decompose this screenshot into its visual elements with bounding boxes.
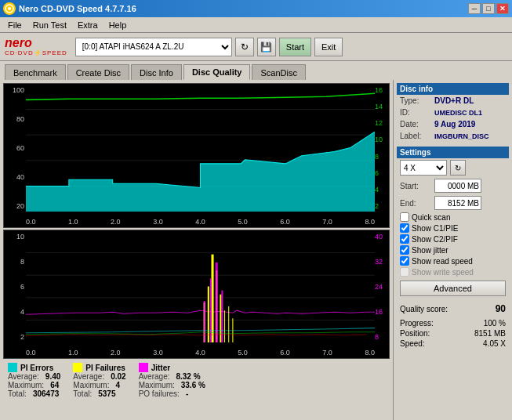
menu-bar: File Run Test Extra Help: [0, 17, 512, 33]
disc-label-value: IMGBURN_DISC: [434, 132, 489, 140]
pi-errors-avg-label: Average:: [8, 372, 39, 381]
minimize-button[interactable]: ─: [468, 3, 481, 14]
jitter-po-value: -: [186, 389, 188, 398]
x-1: 1.0: [68, 219, 78, 226]
svg-point-1: [8, 7, 11, 10]
disc-info-title: Disc info: [397, 83, 509, 95]
show-read-speed-checkbox[interactable]: [400, 256, 409, 266]
show-c2-pif-label: Show C2/PIF: [412, 235, 458, 244]
x-0: 0.0: [26, 219, 36, 226]
pi-failures-total-label: Total:: [73, 389, 92, 398]
y-label-60: 60: [4, 145, 26, 152]
yr-16: 16: [375, 87, 389, 94]
quality-score-section: Quality score: 90: [397, 301, 509, 317]
menu-run-test[interactable]: Run Test: [28, 19, 71, 31]
yr-2: 2: [375, 203, 389, 210]
pi-errors-avg-value: 9.40: [45, 372, 60, 381]
disc-label-label: Label:: [400, 132, 431, 140]
by-8: 8: [4, 259, 26, 266]
start-button[interactable]: Start: [279, 38, 311, 56]
x-2: 2.0: [111, 219, 121, 226]
y-label-80: 80: [4, 116, 26, 123]
by-10: 10: [4, 234, 26, 241]
x-8: 8.0: [365, 219, 375, 226]
show-c2-pif-checkbox[interactable]: [400, 234, 409, 244]
pi-failures-total-value: 5375: [98, 389, 115, 398]
start-label: Start:: [400, 182, 431, 190]
advanced-button[interactable]: Advanced: [400, 281, 506, 296]
logo-sub: CD·DVD⚡SPEED: [5, 49, 67, 56]
yr-6: 6: [375, 170, 389, 177]
jitter-avg-value: 8.32 %: [176, 372, 200, 381]
show-jitter-row: Show jitter: [397, 244, 509, 255]
tab-scandisc[interactable]: ScanDisc: [252, 64, 305, 80]
save-icon[interactable]: 💾: [257, 38, 276, 56]
quick-scan-checkbox[interactable]: [400, 212, 409, 222]
yr-10: 10: [375, 136, 389, 143]
menu-file[interactable]: File: [3, 19, 27, 31]
by-6: 6: [4, 284, 26, 291]
right-panel: Disc info Type: DVD+R DL ID: UMEDISC DL1…: [393, 80, 512, 420]
tab-bar: Benchmark Create Disc Disc Info Disc Qua…: [0, 61, 512, 80]
menu-help[interactable]: Help: [104, 19, 132, 31]
app-icon: [3, 2, 16, 15]
show-c1-pie-checkbox[interactable]: [400, 223, 409, 233]
yr-12: 12: [375, 120, 389, 127]
close-button[interactable]: ✕: [496, 3, 509, 14]
position-label: Position:: [400, 329, 430, 338]
menu-extra[interactable]: Extra: [73, 19, 103, 31]
quick-scan-row: Quick scan: [397, 212, 509, 223]
disc-info-section: Disc info Type: DVD+R DL ID: UMEDISC DL1…: [397, 83, 509, 142]
main-content: 100 80 60 40 20 16 14 12 10 8 6 4 2: [0, 80, 512, 420]
bottom-chart-svg: [26, 230, 375, 342]
show-jitter-checkbox[interactable]: [400, 245, 409, 255]
pi-errors-title: PI Errors: [20, 364, 53, 372]
settings-refresh-icon[interactable]: ↻: [450, 160, 466, 176]
speed-select[interactable]: 4 X 8 X Max: [400, 160, 447, 176]
progress-section: Progress: 100 % Position: 8151 MB Speed:…: [397, 318, 509, 349]
position-value: 8151 MB: [474, 329, 506, 338]
show-c1-pie-label: Show C1/PIE: [412, 224, 458, 233]
drive-select[interactable]: [0:0] ATAPI iHAS624 A ZL.2U: [75, 38, 232, 56]
toolbar: nero CD·DVD⚡SPEED [0:0] ATAPI iHAS624 A …: [0, 33, 512, 61]
refresh-icon[interactable]: ↻: [235, 38, 254, 56]
y-label-20: 20: [4, 203, 26, 210]
by-4: 4: [4, 309, 26, 316]
pi-failures-color: [73, 363, 82, 372]
yr-4: 4: [375, 186, 389, 194]
show-read-speed-row: Show read speed: [397, 255, 509, 266]
pi-failures-max-label: Maximum:: [73, 381, 109, 389]
quality-score-value: 90: [496, 303, 506, 314]
tab-create-disc[interactable]: Create Disc: [67, 64, 129, 80]
by-2: 2: [4, 334, 26, 341]
show-c2-pif-row: Show C2/PIF: [397, 234, 509, 244]
tab-benchmark[interactable]: Benchmark: [5, 64, 66, 80]
show-write-speed-label: Show write speed: [412, 268, 474, 277]
tab-disc-quality[interactable]: Disc Quality: [183, 64, 251, 80]
tab-disc-info[interactable]: Disc Info: [131, 64, 182, 80]
x-5: 5.0: [238, 219, 248, 226]
bottom-chart-x-axis: 0.0 1.0 2.0 3.0 4.0 5.0 6.0 7.0 8.0: [26, 349, 375, 357]
quality-score-label: Quality score:: [400, 305, 448, 313]
maximize-button[interactable]: □: [482, 3, 495, 14]
show-write-speed-row: Show write speed: [397, 266, 509, 277]
id-value: UMEDISC DL1: [434, 109, 482, 117]
yr-14: 14: [375, 103, 389, 110]
start-input[interactable]: [434, 179, 481, 193]
type-label: Type:: [400, 96, 431, 105]
yr-8: 8: [375, 154, 389, 161]
legend-pi-failures: PI Failures Average: 0.02 Maximum: 4 Tot…: [73, 363, 125, 398]
pi-failures-title: PI Failures: [85, 364, 125, 372]
top-chart-y-right: 16 14 12 10 8 6 4 2: [375, 85, 389, 212]
pi-failures-avg-value: 0.02: [111, 372, 125, 381]
speed-label: Speed:: [400, 339, 425, 348]
show-read-speed-label: Show read speed: [412, 257, 473, 266]
end-input[interactable]: [434, 196, 481, 210]
x-3: 3.0: [153, 219, 163, 226]
window-title: Nero CD-DVD Speed 4.7.7.16: [19, 4, 136, 13]
exit-button[interactable]: Exit: [314, 38, 343, 56]
charts-area: 100 80 60 40 20 16 14 12 10 8 6 4 2: [0, 80, 393, 420]
pi-errors-total-value: 306473: [33, 389, 59, 398]
top-chart: 100 80 60 40 20 16 14 12 10 8 6 4 2: [3, 83, 390, 228]
jitter-max-label: Maximum:: [139, 381, 175, 389]
